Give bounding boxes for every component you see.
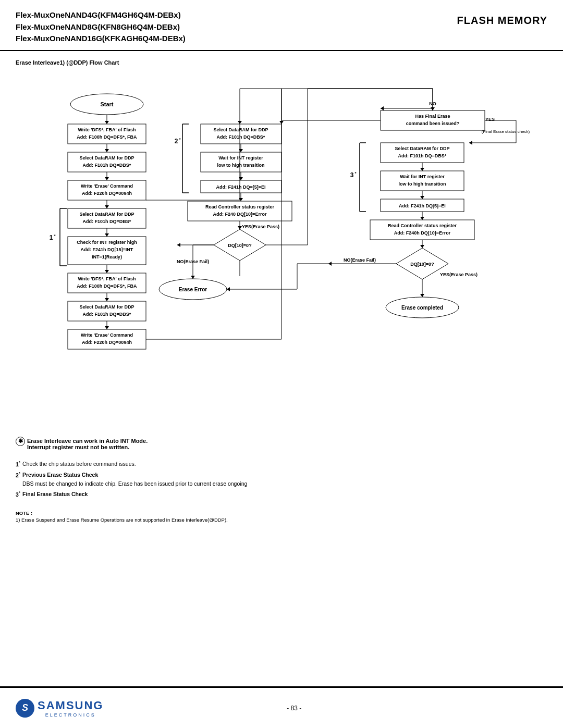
svg-text:Wait for INT register: Wait for INT register: [218, 155, 263, 161]
svg-marker-18: [105, 205, 109, 208]
svg-marker-51: [279, 121, 284, 124]
svg-text:Wait for INT register: Wait for INT register: [400, 174, 445, 179]
svg-text:DQ[10]=0?: DQ[10]=0?: [228, 243, 251, 248]
svg-marker-29: [105, 270, 109, 273]
svg-text:Add: F220h DQ=0094h: Add: F220h DQ=0094h: [82, 340, 132, 345]
svg-marker-125: [420, 245, 424, 248]
svg-text:*: *: [354, 171, 357, 176]
interrupt-text: Interrupt register must not be written.: [27, 444, 148, 450]
star-circle-icon: ✱: [16, 437, 25, 446]
svg-text:Add: F100h DQ=DFS*, FBA: Add: F100h DQ=DFS*, FBA: [77, 134, 137, 140]
note-bottom-section: NOTE : 1) Erase Suspend and Erase Resume…: [0, 507, 563, 526]
flowchart: Start Write 'DFS*, FBA' of Flash Add: F1…: [16, 73, 547, 427]
svg-marker-76: [177, 243, 180, 247]
auto-int-note: ✱ Erase Interleave can work in Auto INT …: [16, 438, 547, 450]
svg-text:Add: F101h DQ=DBS*: Add: F101h DQ=DBS*: [83, 163, 131, 168]
flash-memory-label: FLASH MEMORY: [457, 9, 547, 27]
svg-marker-13: [105, 177, 109, 180]
svg-marker-130: [328, 262, 332, 266]
electronics-logo-text: ELECTRONICS: [38, 712, 103, 718]
svg-text:Select DataRAM for DDP: Select DataRAM for DDP: [79, 155, 134, 161]
svg-marker-65: [239, 198, 243, 201]
svg-text:Read Controller status registe: Read Controller status register: [205, 204, 275, 209]
svg-text:1: 1: [50, 234, 53, 241]
main-content: Erase Interleave1) (@DDP) Flow Chart Sta…: [0, 51, 563, 433]
svg-text:Write 'Erase' Command: Write 'Erase' Command: [81, 332, 133, 338]
svg-text:Read Controller status registe: Read Controller status register: [388, 223, 457, 228]
auto-int-text: Erase Interleave can work in Auto INT Mo…: [27, 438, 148, 444]
svg-text:*: *: [54, 233, 56, 238]
header-titles: Flex-MuxOneNAND4G(KFM4GH6Q4M-DEBx) Flex-…: [16, 9, 186, 45]
svg-text:Add: F240 DQ[10]=Error: Add: F240 DQ[10]=Error: [213, 212, 267, 217]
svg-text:Add: F101h DQ=DBS*: Add: F101h DQ=DBS*: [83, 312, 131, 317]
svg-text:2: 2: [175, 138, 178, 145]
note3-bold: Final Erase Status Check: [22, 490, 88, 499]
svg-text:(Final Erase status check): (Final Erase status check): [482, 129, 530, 134]
svg-text:Select DataRAM for DDP: Select DataRAM for DDP: [213, 127, 268, 132]
note2-label: 2*: [16, 471, 20, 479]
header: Flex-MuxOneNAND4G(KFM4GH6Q4M-DEBx) Flex-…: [0, 0, 563, 51]
svg-text:low to high transition: low to high transition: [399, 181, 446, 187]
title-line2: Flex-MuxOneNAND8G(KFN8GH6Q4M-DEBx): [16, 21, 186, 33]
note-bottom-text: 1) Erase Suspend and Erase Resume Operat…: [16, 516, 547, 523]
page-number: - 83 -: [287, 705, 301, 712]
note2: 2* Previous Erase Status Check DBS must …: [16, 471, 547, 488]
svg-marker-34: [105, 298, 109, 301]
svg-text:Add: F101h DQ=DBS*: Add: F101h DQ=DBS*: [83, 219, 131, 224]
notes-section: ✱ Erase Interleave can work in Auto INT …: [0, 433, 563, 459]
note3: 3* Final Erase Status Check: [16, 490, 547, 499]
svg-text:3: 3: [350, 171, 354, 179]
footer-logo: S SAMSUNG ELECTRONICS: [16, 699, 103, 718]
svg-text:command been issued?: command been issued?: [406, 121, 460, 126]
note2-detail: DBS must be changed to indicate chip. Er…: [22, 479, 247, 488]
footer: S SAMSUNG ELECTRONICS - 83 -: [0, 686, 563, 728]
svg-text:Select DataRAM for DDP: Select DataRAM for DDP: [79, 304, 134, 310]
note-bottom-label: NOTE :: [16, 510, 32, 516]
svg-text:Add: F101h DQ=DBS*: Add: F101h DQ=DBS*: [217, 134, 265, 140]
svg-marker-3: [105, 121, 109, 124]
svg-marker-82: [191, 276, 195, 279]
svg-text:NO(Erase Fail): NO(Erase Fail): [344, 257, 376, 263]
svg-marker-95: [381, 106, 384, 110]
svg-text:Select DataRAM for DDP: Select DataRAM for DDP: [395, 146, 449, 151]
svg-text:Add: F240h DQ[10]=Error: Add: F240h DQ[10]=Error: [394, 230, 451, 236]
svg-text:YES: YES: [485, 117, 495, 122]
svg-text:Erase completed: Erase completed: [401, 305, 443, 311]
note2-bold: Previous Erase Status Check: [22, 472, 98, 478]
svg-text:Add: F241h DQ[15]=INT: Add: F241h DQ[15]=INT: [81, 247, 133, 252]
svg-text:Check for INT register high: Check for INT register high: [77, 240, 137, 245]
svg-text:Select DataRAM for DDP: Select DataRAM for DDP: [79, 212, 134, 217]
note3-label: 3*: [16, 490, 20, 499]
svg-text:DQ[10]=0?: DQ[10]=0?: [410, 262, 434, 267]
svg-marker-8: [105, 149, 109, 152]
svg-text:Erase Error: Erase Error: [179, 287, 207, 292]
svg-marker-120: [420, 217, 424, 220]
svg-text:Write 'DFS*, FBA' of Flash: Write 'DFS*, FBA' of Flash: [78, 127, 136, 132]
section-title: Erase Interleave1) (@DDP) Flow Chart: [16, 59, 547, 66]
svg-text:*: *: [179, 137, 181, 142]
svg-text:Has Final Erase: Has Final Erase: [415, 114, 450, 119]
svg-marker-116: [420, 196, 424, 199]
svg-marker-144: [227, 287, 230, 291]
svg-text:Add: F241h DQ[5]=EI: Add: F241h DQ[5]=EI: [399, 203, 446, 208]
svg-marker-104: [469, 141, 472, 145]
svg-text:Add: F241h DQ=[5]=EI: Add: F241h DQ=[5]=EI: [216, 184, 265, 190]
svg-marker-23: [105, 233, 109, 237]
svg-text:low to high transition: low to high transition: [217, 163, 265, 168]
svg-marker-56: [239, 149, 243, 152]
svg-text:YES(Erase Pass): YES(Erase Pass): [242, 224, 279, 229]
title-line3: Flex-MuxOneNAND16G(KFKAGH6Q4M-DEBx): [16, 33, 186, 45]
svg-marker-133: [420, 294, 424, 297]
svg-marker-39: [105, 326, 109, 329]
samsung-s-icon: S: [16, 699, 34, 718]
svg-text:Add: F220h DQ=0094h: Add: F220h DQ=0094h: [82, 191, 132, 196]
svg-text:INT=1(Ready): INT=1(Ready): [92, 254, 122, 260]
svg-marker-49: [238, 121, 242, 124]
svg-text:Add: F100h DQ=DFS*, FBA: Add: F100h DQ=DFS*, FBA: [77, 283, 137, 289]
svg-marker-70: [238, 226, 242, 229]
svg-text:Write 'DFS*, FBA' of Flash: Write 'DFS*, FBA' of Flash: [78, 276, 136, 281]
note1-text: Check the chip status before command iss…: [22, 460, 136, 468]
note1: 1* Check the chip status before command …: [16, 460, 547, 468]
numbered-notes: 1* Check the chip status before command …: [0, 459, 563, 507]
svg-text:Write 'Erase' Command: Write 'Erase' Command: [81, 183, 133, 189]
